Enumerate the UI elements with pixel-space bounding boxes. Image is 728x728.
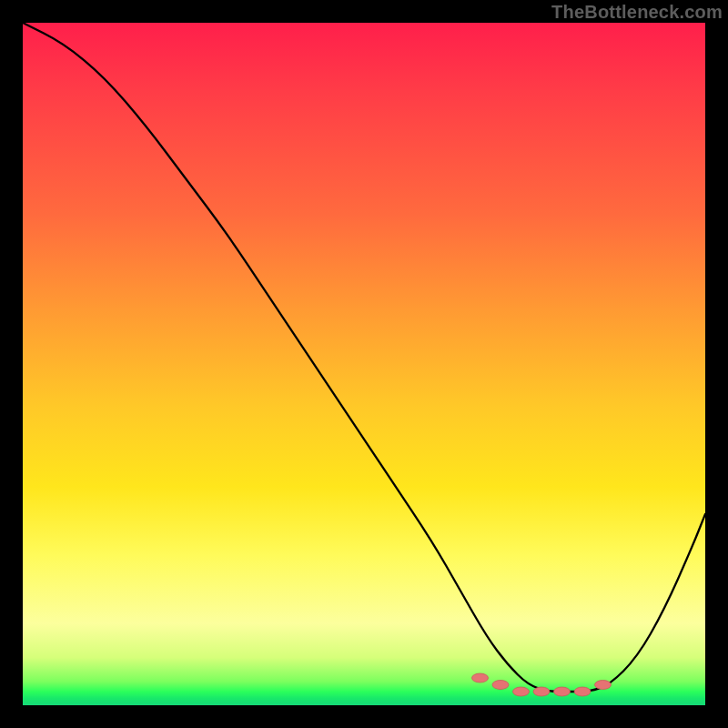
chart-stage: TheBottleneck.com — [0, 0, 728, 728]
curve-marker — [533, 687, 550, 696]
curve-marker — [472, 673, 489, 682]
curve-marker — [492, 681, 509, 690]
curve-marker — [595, 681, 612, 690]
marker-group — [472, 673, 612, 696]
gradient-panel — [23, 23, 705, 705]
curve-marker — [513, 687, 530, 696]
watermark-text: TheBottleneck.com — [551, 2, 723, 23]
bottleneck-curve — [23, 23, 705, 692]
curve-svg — [23, 23, 705, 705]
curve-marker — [554, 687, 571, 696]
curve-marker — [574, 687, 591, 696]
